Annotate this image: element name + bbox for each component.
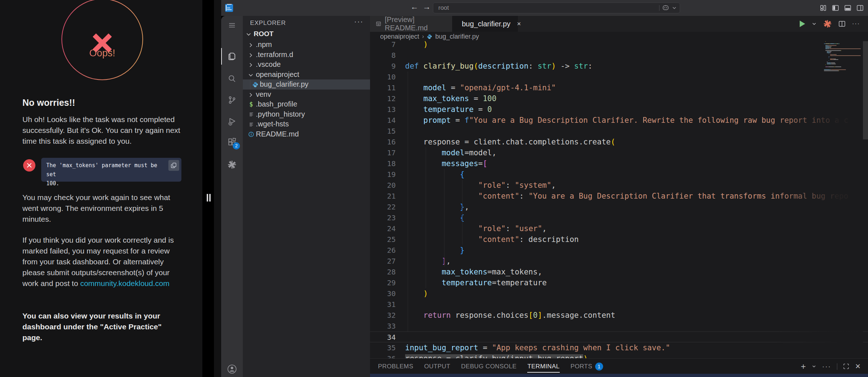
source-control-icon[interactable] [221, 91, 243, 109]
code-line-27[interactable]: 27 ], [370, 256, 868, 266]
tree-item--bash-profile[interactable]: $.bash_profile [243, 99, 370, 109]
code-line-15[interactable]: 15 [370, 126, 868, 136]
tree-item--vscode[interactable]: .vscode [243, 60, 370, 70]
tree-item--wget-hsts[interactable]: .wget-hsts [243, 119, 370, 129]
ports-badge: 1 [595, 363, 603, 370]
toggle-sidebar-icon[interactable] [832, 4, 839, 12]
tree-item-label: bug_clarifier.py [260, 80, 309, 88]
maximize-panel-icon[interactable] [843, 363, 849, 369]
panel-tab-label: PORTS [571, 363, 592, 370]
line-number: 27 [370, 256, 396, 266]
code-line-18[interactable]: 18 messages=[ [370, 158, 868, 169]
code-line-32[interactable]: 32 return response.choices[0].message.co… [370, 310, 868, 321]
error-message-line2: 100. [46, 179, 167, 188]
split-editor-icon[interactable] [838, 20, 846, 27]
run-python-icon[interactable] [800, 21, 805, 27]
breadcrumb[interactable]: openaiproject › bug_clarifier.py [370, 32, 868, 41]
community-link[interactable]: community.kodekloud.com [80, 279, 169, 287]
tree-item-venv[interactable]: venv [243, 90, 370, 100]
bottom-panel: PROBLEMSOUTPUTDEBUG CONSOLETERMINALPORTS… [370, 358, 868, 377]
code-line-11[interactable]: 11 model = "openai/gpt-4.1-mini" [370, 82, 868, 93]
editor-scrollbar[interactable] [863, 41, 868, 139]
run-dropdown-icon[interactable] [812, 21, 817, 26]
search-icon[interactable] [221, 70, 243, 87]
ai-starburst-icon[interactable] [221, 156, 243, 173]
toggle-panel-icon[interactable] [844, 4, 851, 12]
code-line-20[interactable]: 20 "role": "system", [370, 180, 868, 191]
panel-more-icon[interactable]: ··· [822, 363, 831, 370]
tree-item--npm[interactable]: .npm [243, 40, 370, 50]
code-line-16[interactable]: 16 response = client.chat.completions.cr… [370, 136, 868, 147]
tree-item-readme-md[interactable]: README.md [243, 129, 370, 139]
python-icon [427, 34, 432, 39]
panel-tab-output[interactable]: OUTPUT [424, 359, 450, 374]
code-line-14[interactable]: 14 prompt = f"You are a Bug Description … [370, 115, 868, 126]
close-tab-icon[interactable]: × [517, 20, 521, 28]
line-number: 8 [370, 50, 396, 61]
code-line-33[interactable]: 33 [370, 321, 868, 332]
panel-tab-ports[interactable]: PORTS1 [571, 359, 603, 374]
terminal-dropdown-icon[interactable] [812, 364, 816, 369]
breadcrumb-file[interactable]: bug_clarifier.py [435, 33, 479, 40]
new-terminal-icon[interactable]: + [801, 361, 806, 372]
panel-tab-problems[interactable]: PROBLEMS [378, 359, 413, 374]
code-line-26[interactable]: 26 } [370, 245, 868, 256]
code-line-12[interactable]: 12 max_tokens = 100 [370, 93, 868, 104]
code-line-30[interactable]: 30 ) [370, 288, 868, 299]
tree-item-openaiproject[interactable]: openaiproject [243, 70, 370, 80]
toggle-secondary-sidebar-icon[interactable] [856, 4, 864, 12]
code-line-28[interactable]: 28 max_tokens=max_tokens, [370, 266, 868, 277]
explorer-icon[interactable] [221, 48, 243, 65]
app-logo-icon[interactable] [225, 4, 233, 12]
code-line-10[interactable]: 10 [370, 72, 868, 82]
code-line-7[interactable]: 7 ) [370, 41, 868, 50]
code-line-31[interactable]: 31 [370, 299, 868, 310]
code-line-24[interactable]: 24 "role": "user", [370, 223, 868, 234]
code-line-36[interactable]: 36response = clarify_bug(input_bug_repor… [370, 353, 868, 358]
error-message-box: The 'max_tokens' parameter must be set 1… [41, 158, 181, 182]
customize-layout-icon[interactable] [820, 4, 827, 12]
tree-root-row[interactable]: ROOT [243, 30, 370, 39]
breadcrumb-folder[interactable]: openaiproject [380, 33, 419, 40]
code-line-13[interactable]: 13 temperature = 0 [370, 104, 868, 115]
code-editor[interactable]: 36response = clarify_bug(input_bug_repor… [370, 41, 868, 358]
account-icon[interactable] [221, 360, 243, 377]
code-line-23[interactable]: 23 { [370, 212, 868, 223]
code-line-21[interactable]: 21 "content": "You are a Bug Description… [370, 191, 868, 202]
code-line-22[interactable]: 22 }, [370, 202, 868, 212]
code-line-19[interactable]: 19 { [370, 169, 868, 180]
editor-more-icon[interactable]: ··· [852, 21, 860, 27]
resize-handle[interactable] [207, 194, 212, 202]
code-line-35[interactable]: 35input_bug_report = "App keeps crashing… [370, 342, 868, 353]
tree-item-label: .python_history [256, 110, 305, 118]
tree-item--terraform-d[interactable]: .terraform.d [243, 50, 370, 60]
run-debug-icon[interactable] [221, 113, 243, 130]
tree-item-bug-clarifier-py[interactable]: bug_clarifier.py [243, 79, 370, 90]
copy-error-button[interactable] [168, 160, 179, 171]
close-panel-icon[interactable]: ✕ [855, 362, 861, 370]
tree-item--python-history[interactable]: .python_history [243, 109, 370, 120]
forward-arrow-icon[interactable]: → [423, 2, 431, 12]
panel-paragraph-4: You can also view your results in your d… [22, 311, 181, 343]
tab-bug-clarifier[interactable]: bug_clarifier.py × [452, 16, 518, 32]
code-line-9[interactable]: 9def clarify_bug(description: str) -> st… [370, 61, 868, 72]
command-center-search[interactable]: root [433, 3, 680, 13]
panel-tab-debug-console[interactable]: DEBUG CONSOLE [461, 359, 517, 374]
code-line-29[interactable]: 29 temperature=temperature [370, 277, 868, 288]
back-arrow-icon[interactable]: ← [411, 2, 418, 12]
minimap[interactable] [824, 41, 862, 76]
copilot-icon[interactable] [662, 5, 669, 11]
extension-starburst-icon[interactable] [823, 20, 832, 28]
code-line-34[interactable]: 34 [370, 332, 868, 342]
code-line-17[interactable]: 17 model=model, [370, 147, 868, 158]
code-line-8[interactable]: 8 [370, 50, 868, 61]
code-line-25[interactable]: 25 "content": description [370, 234, 868, 245]
menu-icon[interactable] [221, 17, 243, 34]
explorer-more-icon[interactable]: ··· [354, 17, 364, 26]
chevron-right-icon [248, 52, 254, 60]
chevron-down-icon[interactable] [672, 5, 677, 10]
extensions-icon[interactable]: 2 [221, 134, 243, 151]
tab-readme[interactable]: [Preview] README.md [370, 16, 452, 32]
line-number: 11 [370, 82, 396, 93]
panel-tab-terminal[interactable]: TERMINAL [527, 359, 559, 374]
